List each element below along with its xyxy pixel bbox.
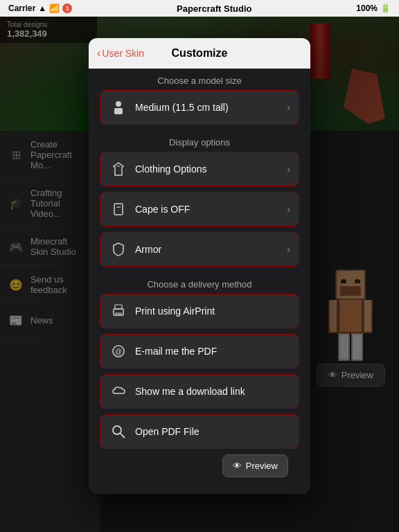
display-options-label: Display options — [89, 130, 310, 152]
clothing-options-button[interactable]: Clothing Options › — [100, 152, 299, 186]
preview-row: 👁 Preview — [89, 454, 310, 494]
modal-preview-button[interactable]: 👁 Preview — [222, 454, 288, 477]
clothing-label: Clothing Options — [135, 163, 280, 175]
notification-badge: 1 — [62, 3, 72, 13]
modal-title: Customize — [172, 47, 228, 60]
svg-rect-1 — [114, 108, 123, 114]
status-carrier: Carrier ▲ 📶 1 — [8, 3, 72, 13]
svg-rect-7 — [115, 305, 122, 309]
model-size-arrow-icon: › — [287, 102, 290, 113]
print-icon — [109, 301, 128, 321]
modal-preview-label: Preview — [246, 461, 278, 471]
status-bar: Carrier ▲ 📶 1 Papercraft Studio 100% 🔋 — [0, 0, 399, 17]
cape-label: Cape is OFF — [135, 204, 280, 215]
back-arrow-icon: ‹ — [97, 47, 100, 60]
model-size-label: Choose a model size — [89, 69, 310, 90]
battery-label: 100% — [356, 3, 378, 13]
print-button[interactable]: Print using AirPrint — [100, 294, 299, 328]
clothing-icon — [109, 159, 128, 179]
carrier-label: Carrier — [8, 3, 35, 13]
modal-body: Choose a model size Medium (11.5 cm tall… — [89, 69, 310, 494]
modal-back-button[interactable]: ‹ User Skin — [89, 47, 152, 60]
cape-arrow-icon: › — [287, 204, 290, 215]
armor-label: Armor — [135, 244, 280, 255]
open-pdf-label: Open PDF File — [135, 426, 290, 437]
email-label: E-mail me the PDF — [135, 346, 290, 357]
app-title: Papercraft Studio — [177, 3, 251, 14]
delivery-label: Choose a delivery method — [89, 272, 310, 294]
status-right: 100% 🔋 — [356, 3, 391, 13]
email-button[interactable]: @ E-mail me the PDF — [100, 334, 299, 369]
cape-icon — [109, 200, 128, 219]
svg-point-11 — [113, 426, 121, 434]
cloud-icon — [109, 382, 128, 401]
open-pdf-button[interactable]: Open PDF File — [100, 414, 299, 449]
svg-point-0 — [116, 101, 121, 107]
search-icon — [109, 422, 128, 441]
modal-header: ‹ User Skin Customize — [89, 38, 310, 69]
svg-rect-4 — [114, 204, 123, 215]
model-size-icon — [109, 98, 128, 117]
modal-back-label: User Skin — [102, 48, 144, 59]
clothing-arrow-icon: › — [287, 163, 290, 175]
preview-modal-eye-icon: 👁 — [233, 461, 242, 471]
signal-icon: ▲ — [38, 3, 46, 13]
email-icon: @ — [109, 342, 128, 361]
svg-text:@: @ — [115, 348, 122, 355]
armor-arrow-icon: › — [287, 244, 290, 255]
battery-icon: 🔋 — [380, 3, 391, 13]
wifi-icon: 📶 — [49, 3, 60, 13]
svg-rect-8 — [115, 312, 122, 315]
model-size-option[interactable]: Medium (11.5 cm tall) › — [100, 90, 299, 125]
armor-icon — [109, 240, 128, 259]
svg-marker-2 — [114, 163, 123, 175]
svg-line-12 — [121, 434, 125, 438]
cape-option-button[interactable]: Cape is OFF › — [100, 192, 299, 227]
modal-panel: ‹ User Skin Customize Choose a model siz… — [89, 38, 310, 494]
download-button[interactable]: Show me a download link — [100, 374, 299, 409]
armor-option-button[interactable]: Armor › — [100, 232, 299, 267]
print-label: Print using AirPrint — [135, 305, 290, 317]
model-size-label-text: Medium (11.5 cm tall) — [135, 102, 280, 113]
download-label: Show me a download link — [135, 386, 290, 397]
